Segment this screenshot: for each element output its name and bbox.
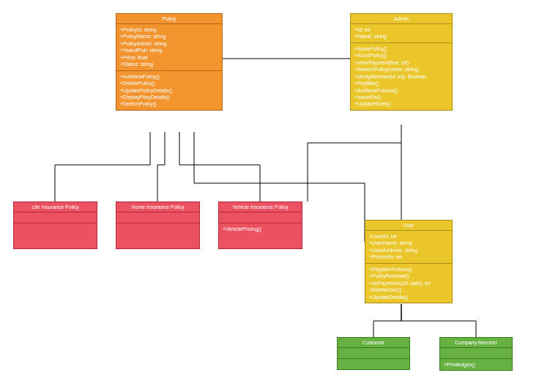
attributes-section [116, 212, 199, 223]
class-title: User [365, 221, 452, 231]
class-user: User +UserID: int +UserName: string +Use… [365, 220, 453, 303]
operations-section: +Priviledges() [440, 359, 512, 370]
operations-section: +VehiclePricing() [219, 223, 302, 248]
operations-section: +AddNewPolicy() +DeletePolicy() +UpdateP… [116, 71, 222, 110]
operations-section [338, 359, 409, 369]
class-title: Company Member [440, 338, 512, 348]
class-title: Vehicle Insurance Policy [219, 202, 302, 212]
class-title: Life Insurance Policy [14, 202, 97, 212]
class-policy: Policy +PolicyId: string +PolicyName: st… [116, 13, 223, 111]
class-customer: Customer [337, 337, 410, 370]
class-company-member: Company Member +Priviledges() [439, 337, 513, 371]
operations-section: +RegisterPolicies() +PolicyRenewal() +do… [365, 264, 452, 303]
operations-section: +IssuePolicy() +AbortPolicy() +ViewPayme… [351, 43, 452, 110]
class-admin: Admin +Id: int +Name: string +IssuePolic… [350, 13, 453, 111]
attributes-section [440, 348, 512, 359]
class-title: Home Insurance Policy [116, 202, 199, 212]
class-title: Customer [338, 338, 409, 348]
operations-section [14, 223, 97, 248]
class-home-insurance: Home Insurance Policy [116, 201, 200, 249]
connector-lines [0, 0, 539, 392]
class-vehicle-insurance: Vehicle Insurance Policy +VehiclePricing… [218, 201, 302, 249]
attributes-section [219, 212, 302, 223]
operations-section [116, 223, 199, 248]
attributes-section: +Id: int +Name: string [351, 24, 452, 43]
attributes-section [14, 212, 97, 223]
class-life-insurance: Life Insurance Policy [13, 201, 97, 249]
attributes-section: +PolicyId: string +PolicyName: string +P… [116, 24, 222, 71]
attributes-section: +UserID: int +UserName: string +UserAddr… [365, 231, 452, 264]
class-title: Policy [116, 14, 222, 24]
attributes-section [338, 348, 409, 359]
class-title: Admin [351, 14, 452, 24]
